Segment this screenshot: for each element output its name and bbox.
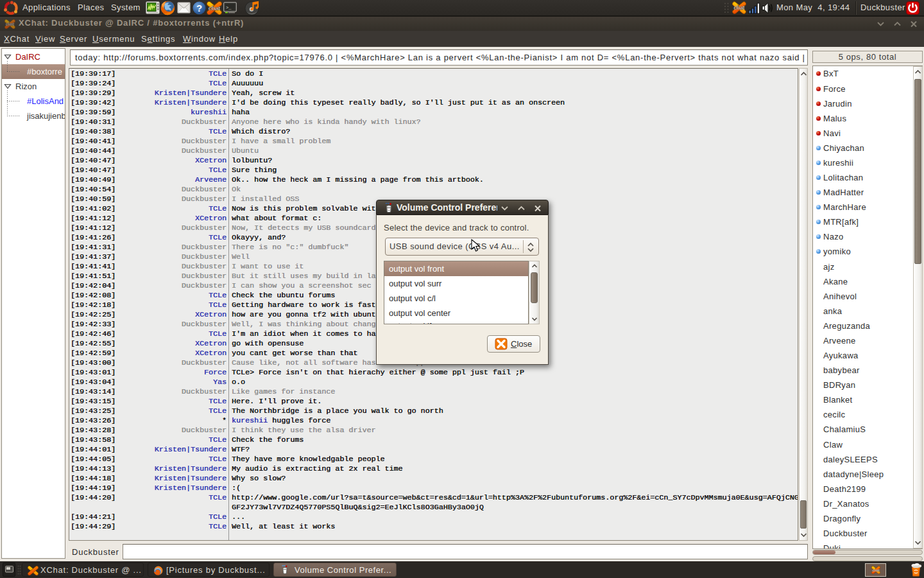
svg-text:>_: >_ [226, 5, 232, 10]
svg-text:chat: chat [873, 568, 880, 572]
svg-text:chat: chat [6, 22, 15, 26]
svg-text:chat: chat [734, 5, 745, 11]
svg-text:chat: chat [209, 5, 221, 12]
svg-text:?: ? [196, 3, 202, 13]
